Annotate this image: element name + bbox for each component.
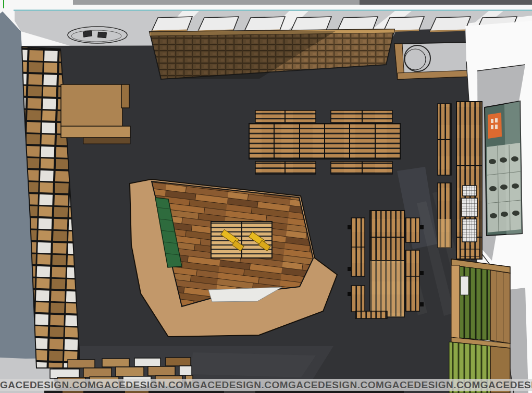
watermark-text: GACEDESIGN.COM	[288, 379, 384, 391]
seat-icon	[83, 31, 92, 37]
green-display-shelf	[449, 245, 510, 393]
corner-wood-counter	[61, 84, 130, 144]
render-canvas: GACEDESIGN.COM GACEDESIGN.COM GACEDESIGN…	[0, 0, 532, 393]
tall-display-bench-wide	[456, 102, 482, 259]
mesh-basket	[463, 186, 476, 196]
watermark-text: GACEDESIGN.COM	[0, 379, 96, 391]
watermark-text: GACEDESIGN.COM	[192, 379, 288, 391]
watermark-text: GACEDESIGN.COM	[96, 379, 192, 391]
interior-render	[0, 0, 532, 393]
seat-icon	[98, 32, 107, 38]
wall-poster	[485, 101, 522, 236]
mesh-basket	[462, 198, 477, 217]
service-counter-with-basin	[394, 42, 468, 79]
poster-orange-label	[488, 113, 502, 139]
watermark-band: GACEDESIGN.COM GACEDESIGN.COM GACEDESIGN…	[0, 379, 532, 391]
reading-table-set	[348, 211, 424, 318]
teal-trim-line	[14, 10, 532, 11]
watermark-text: GACEDESIGN.COM	[480, 379, 532, 391]
mesh-basket	[462, 219, 477, 242]
watermark-text: GACEDESIGN.COM	[384, 379, 480, 391]
